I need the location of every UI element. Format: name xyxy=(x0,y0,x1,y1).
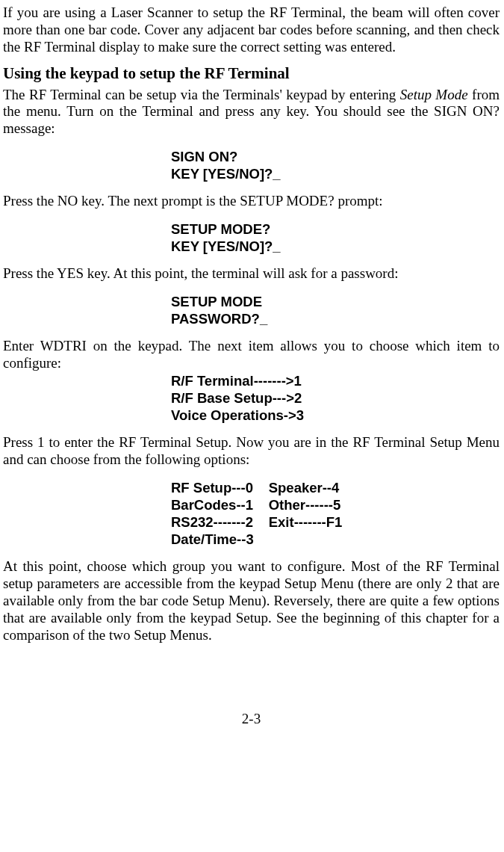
setup-mode-italic: Setup Mode xyxy=(400,87,468,102)
press-no-paragraph: Press the NO key. The next prompt is the… xyxy=(3,193,500,210)
prompt-line: KEY [YES/NO]?_ xyxy=(171,238,500,255)
final-paragraph: At this point, choose which group you wa… xyxy=(3,558,500,643)
menu-line: Other------5 xyxy=(269,496,343,513)
menu-line: RS232-------2 xyxy=(171,513,254,531)
prompt-line: SETUP MODE xyxy=(171,293,500,310)
menu-line: R/F Terminal------->1 xyxy=(171,372,500,389)
press-1-paragraph: Press 1 to enter the RF Terminal Setup. … xyxy=(3,434,500,469)
prompt-line: KEY [YES/NO]?_ xyxy=(171,165,500,182)
intro-paragraph: If you are using a Laser Scanner to setu… xyxy=(3,4,500,55)
prompt-password: SETUP MODE PASSWORD?_ xyxy=(171,293,500,327)
setup-paragraph-1: The RF Terminal can be setup via the Ter… xyxy=(3,87,500,138)
menu-line: Speaker--4 xyxy=(269,479,343,496)
menu-line: Exit-------F1 xyxy=(269,513,343,531)
wdtri-paragraph: Enter WDTRI on the keypad. The next item… xyxy=(3,338,500,372)
press-yes-paragraph: Press the YES key. At this point, the te… xyxy=(3,265,500,283)
menu-line: BarCodes--1 xyxy=(171,496,254,513)
menu-line: Voice Operations->3 xyxy=(171,407,500,424)
prompt-line: SIGN ON? xyxy=(171,148,500,165)
menu-rf-setup-options: RF Setup---0 BarCodes--1 RS232-------2 D… xyxy=(171,479,500,549)
prompt-line: SETUP MODE? xyxy=(171,220,500,238)
menu-line: Date/Time--3 xyxy=(171,531,254,548)
menu-column-1: RF Setup---0 BarCodes--1 RS232-------2 D… xyxy=(171,479,254,549)
section-heading: Using the keypad to setup the RF Termina… xyxy=(3,64,500,83)
menu-config-items: R/F Terminal------->1 R/F Base Setup--->… xyxy=(171,372,500,424)
page-number: 2-3 xyxy=(3,711,500,728)
menu-column-2: Speaker--4 Other------5 Exit-------F1 xyxy=(269,479,343,549)
menu-line: RF Setup---0 xyxy=(171,479,254,496)
prompt-sign-on: SIGN ON? KEY [YES/NO]?_ xyxy=(171,148,500,182)
prompt-setup-mode: SETUP MODE? KEY [YES/NO]?_ xyxy=(171,220,500,255)
prompt-line: PASSWORD?_ xyxy=(171,310,500,327)
setup-text-1a: The RF Terminal can be setup via the Ter… xyxy=(3,87,400,102)
menu-line: R/F Base Setup--->2 xyxy=(171,389,500,407)
